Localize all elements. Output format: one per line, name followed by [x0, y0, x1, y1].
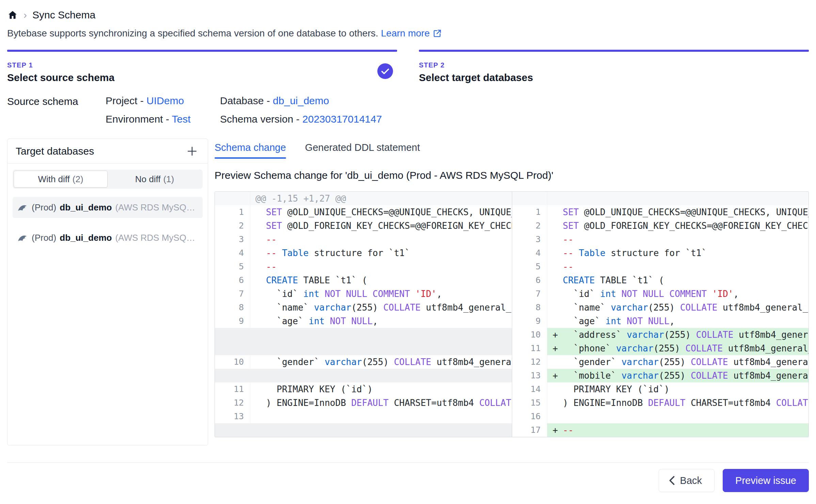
line-sign — [547, 273, 563, 287]
main-content: Target databases With diff (2) No diff (… — [7, 139, 809, 445]
chevron-left-icon — [669, 475, 675, 486]
home-icon[interactable] — [7, 10, 18, 20]
code-line — [250, 423, 512, 437]
code-line: + `address` varchar(255) COLLATE utf8mb4… — [547, 328, 809, 342]
code-line — [250, 369, 512, 382]
code-line: `gender` varchar(255) COLLATE utf8mb4_ge… — [547, 355, 809, 369]
line-number — [215, 423, 250, 437]
stepper: STEP 1 Select source schema STEP 2 Selec… — [7, 50, 809, 83]
code-line: `id` int NOT NULL COMMENT 'ID', — [547, 287, 809, 301]
line-number: 6 — [215, 273, 250, 287]
diff-row: 8 `name` varchar(255) COLLATE utf8mb4_ge… — [215, 301, 809, 314]
source-schema-fields: Project - UIDemo Database - db_ui_demo E… — [106, 95, 382, 125]
line-sign — [250, 233, 266, 246]
line-number — [215, 328, 250, 342]
preview-title: Preview Schema change for 'db_ui_demo (P… — [215, 170, 809, 181]
line-number: 2 — [512, 219, 547, 233]
no-diff-count: (1) — [163, 174, 174, 185]
line-number: 16 — [512, 410, 547, 423]
added-line-sign: + — [547, 423, 563, 437]
preview-tabs: Schema change Generated DDL statement — [215, 139, 809, 159]
footer-divider — [7, 462, 809, 463]
target-database-item[interactable]: (Prod) db_ui_demo (AWS RDS MySQL Prod) — [13, 227, 203, 248]
line-sign — [250, 219, 266, 233]
line-number: 13 — [512, 369, 547, 382]
project-label: Project - — [106, 95, 144, 106]
target-database-item[interactable]: (Prod) db_ui_demo (AWS RDS MySQL Prod) — [13, 197, 203, 218]
step-2-title: Select target databases — [419, 72, 809, 83]
line-sign — [547, 246, 563, 260]
project-link[interactable]: UIDemo — [146, 95, 184, 106]
code-line: SET @OLD_FOREIGN_KEY_CHECKS=@@FOREIGN_KE… — [250, 219, 512, 233]
add-target-database-button[interactable] — [185, 144, 200, 159]
line-number: 3 — [512, 233, 547, 246]
tab-generated-ddl[interactable]: Generated DDL statement — [305, 142, 420, 159]
schema-diff-viewer[interactable]: @@ -1,15 +1,27 @@1SET @OLD_UNIQUE_CHECKS… — [215, 191, 809, 437]
with-diff-label: With diff — [38, 174, 69, 185]
item-environment: (Prod) — [32, 202, 56, 213]
line-sign — [547, 260, 563, 273]
chevron-right-icon: › — [23, 10, 27, 20]
line-number: 7 — [512, 287, 547, 301]
source-schema-summary: Source schema Project - UIDemo Database … — [7, 95, 809, 125]
code-line — [250, 410, 512, 423]
diff-row: 10+ `address` varchar(255) COLLATE utf8m… — [215, 328, 809, 342]
preview-issue-button[interactable]: Preview issue — [723, 469, 809, 492]
line-sign — [547, 396, 563, 410]
tab-no-diff[interactable]: No diff (1) — [108, 171, 202, 188]
diff-row: 11 PRIMARY KEY (`id`)14 PRIMARY KEY (`id… — [215, 382, 809, 396]
line-sign — [547, 410, 563, 423]
line-number: 5 — [512, 260, 547, 273]
code-line: +-- — [547, 423, 809, 437]
item-environment: (Prod) — [32, 233, 56, 243]
line-number: 1 — [215, 205, 250, 219]
line-number: 3 — [215, 233, 250, 246]
item-instance-suffix: (AWS RDS MySQL Prod) — [115, 202, 199, 213]
diff-row: 11+ `phone` varchar(255) COLLATE utf8mb4… — [215, 342, 809, 355]
line-number — [215, 342, 250, 355]
step-completed-check-icon — [377, 63, 393, 79]
diff-row: 5--5-- — [215, 260, 809, 273]
line-sign — [250, 260, 266, 273]
item-database-name: db_ui_demo — [60, 202, 112, 213]
line-sign — [250, 273, 266, 287]
code-line — [250, 342, 512, 355]
added-line-sign: + — [547, 342, 563, 355]
code-line: CREATE TABLE `t1` ( — [547, 273, 809, 287]
step-1-label: STEP 1 — [7, 61, 397, 69]
diff-row: @@ -1,15 +1,27 @@ — [215, 192, 809, 205]
diff-row: 9 `age` int NOT NULL,9 `age` int NOT NUL… — [215, 314, 809, 328]
step-1-progress-bar — [7, 50, 397, 52]
line-number: 10 — [512, 328, 547, 342]
line-number: 8 — [512, 301, 547, 314]
tab-schema-change[interactable]: Schema change — [215, 142, 286, 159]
database-link[interactable]: db_ui_demo — [273, 95, 329, 106]
diff-row: 6CREATE TABLE `t1` (6CREATE TABLE `t1` ( — [215, 273, 809, 287]
diff-row: 4-- Table structure for `t1`4-- Table st… — [215, 246, 809, 260]
added-line-sign: + — [547, 369, 563, 382]
preview-issue-label: Preview issue — [735, 475, 796, 486]
code-line: `name` varchar(255) COLLATE utf8mb4_gene… — [547, 301, 809, 314]
schema-version-link[interactable]: 20230317014147 — [302, 113, 382, 125]
line-sign — [250, 382, 266, 396]
code-line: -- — [547, 233, 809, 246]
line-number: 4 — [512, 246, 547, 260]
step-1: STEP 1 Select source schema — [7, 50, 397, 83]
line-sign — [250, 205, 266, 219]
back-button[interactable]: Back — [659, 469, 715, 492]
tab-with-diff[interactable]: With diff (2) — [14, 171, 108, 188]
line-sign — [250, 396, 266, 410]
diff-row: 1SET @OLD_UNIQUE_CHECKS=@@UNIQUE_CHECKS,… — [215, 205, 809, 219]
line-sign — [250, 410, 266, 423]
diff-row: 1316 — [215, 410, 809, 423]
line-sign — [547, 355, 563, 369]
diff-row: 7 `id` int NOT NULL COMMENT 'ID',7 `id` … — [215, 287, 809, 301]
target-databases-panel: Target databases With diff (2) No diff (… — [7, 139, 208, 445]
diff-table: @@ -1,15 +1,27 @@1SET @OLD_UNIQUE_CHECKS… — [215, 192, 809, 437]
line-sign — [547, 205, 563, 219]
learn-more-link[interactable]: Learn more — [381, 28, 442, 39]
line-number: 8 — [215, 301, 250, 314]
environment-link[interactable]: Test — [172, 113, 191, 125]
mysql-engine-icon — [17, 232, 28, 243]
diff-row: 10 `gender` varchar(255) COLLATE utf8mb4… — [215, 355, 809, 369]
